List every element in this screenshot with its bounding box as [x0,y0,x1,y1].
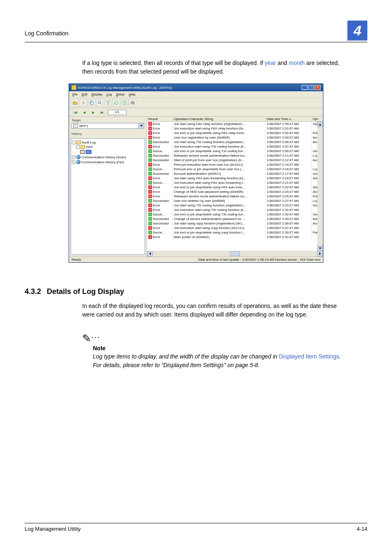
table-row[interactable]: ✕ErrorMain power on (0x0A01)1/30/2007 2:… [147,235,323,239]
section-body: In each of the displayed log records, yo… [82,302,341,319]
table-row[interactable]: ✓SuccessfulReleased service mode authent… [147,153,323,158]
footer-right: 4-14 [357,526,367,532]
success-icon: ✓ [148,158,152,162]
nav-prev-icon[interactable]: ◀ [81,109,88,115]
error-icon: ✕ [148,194,152,198]
table-row[interactable]: ✓SuccessfulJob start using copy function… [147,221,323,226]
cell-operation: Change of HDD lock password setting (0x0… [173,190,265,194]
col-result[interactable]: Result [147,117,173,121]
history-tree[interactable]: -Audit Log -2007 01 +Communication Histo… [71,138,145,255]
cell-datetime: 1/30/2007 2:07:47 AM [265,144,311,149]
target-combo[interactable]: MFP1 [71,123,144,129]
table-row[interactable]: ✕ErrorJob execution start using TSI rout… [147,208,323,212]
menu-log[interactable]: Log [106,92,112,96]
cell-result: Error [153,163,160,166]
toolbar-filter-icon[interactable] [104,99,112,106]
nav-first-icon[interactable]: |◀ [71,109,79,115]
scroll-right-icon[interactable] [317,251,323,257]
header-title: Log Confirmation [25,30,69,37]
table-row[interactable]: ✓SuccessfulStart of print job from user … [147,158,323,162]
expander-icon[interactable]: - [72,141,76,144]
app-window: KONICA MINOLTA Log Management Utility [A… [69,83,323,263]
tree-year[interactable]: 2007 [86,145,93,149]
toolbar-cut-icon[interactable] [80,99,87,106]
table-row[interactable]: ✕ErrorJob start using TSI routing functi… [147,203,323,208]
cell-result: Error [153,136,160,139]
cell-result: Successful [153,172,169,176]
table-row[interactable]: ✕ErrorUser box registration by user (0x0… [147,135,323,140]
toolbar-print-icon[interactable] [129,99,136,106]
cell-datetime: 1/30/2007 2:16:07 AM [265,167,311,171]
horizontal-scrollbar[interactable] [147,251,323,257]
folder-icon [76,141,81,144]
table-row[interactable]: ✕ErrorJob execution start using copy fun… [147,226,323,230]
minimize-button[interactable]: _ [302,85,307,90]
link-displayed-item-settings[interactable]: Displayed Item Settings [279,353,339,360]
table-row[interactable]: ✕ErrorJob end or job stop/delete using F… [147,185,323,190]
table-row[interactable]: ✕ErrorPrint job execution start from use… [147,162,323,167]
menu-display[interactable]: Display [92,92,102,96]
table-row[interactable]: ✓Succe...Print job end or job stop/delet… [147,167,323,171]
section-number: 4.3.2 [25,287,41,296]
error-icon: ✕ [148,235,152,239]
tree-fax[interactable]: Communication History (Fax) [81,160,124,164]
tree-month-selected[interactable]: 01 [85,150,92,154]
toolbar-export-icon[interactable] [121,99,128,106]
toolbar-copy-icon[interactable] [88,99,95,106]
col-datetime[interactable]: Date and Time o... [265,117,311,121]
toolbar-refresh-icon[interactable] [113,99,120,106]
table-row[interactable]: ✕ErrorJob execution start using FAX rela… [147,126,323,131]
table-row[interactable]: ✓Succe...Job end or job stop/delete usin… [147,212,323,217]
table-row[interactable]: ✓Succe...Job end or job stop/delete usin… [147,230,323,235]
toolbar-find-icon[interactable] [96,99,104,106]
table-row[interactable]: ✓Succe...Job execution start using FAX a… [147,180,323,185]
scroll-up-icon[interactable] [317,122,323,127]
cell-result: Successful [153,199,169,203]
table-row[interactable]: ✕ErrorJob start using FAX auto forwardin… [147,176,323,180]
titlebar[interactable]: KONICA MINOLTA Log Management Utility [A… [69,84,323,91]
table-row[interactable]: ✕ErrorJob start using FAX relay function… [147,122,323,126]
maximize-button[interactable]: □ [308,85,314,90]
table-row[interactable]: ✕ErrorChange of HDD lock password settin… [147,190,323,194]
success-icon: ✓ [148,140,152,144]
combo-dropdown-icon[interactable] [139,123,144,129]
tree-audit-log[interactable]: Audit Log [82,141,96,144]
page-footer: Log Management Utility 4-14 [25,523,367,532]
history-label: History [71,132,144,136]
target-value: MFP1 [79,124,88,128]
expander-icon[interactable]: - [76,145,80,149]
table-row[interactable]: ✓SuccessfulChange of service authenticat… [147,217,323,221]
status-ready: Ready [71,258,129,261]
cell-operation: Job execution start using copy function … [173,226,265,230]
grid-body[interactable]: ✕ErrorJob start using FAX relay function… [147,122,323,251]
scroll-left-icon[interactable] [147,251,153,257]
table-row[interactable]: ✓SuccessfulUser box deletion by user (0x… [147,199,323,203]
link-year[interactable]: year [265,60,276,66]
table-row[interactable]: ✓Succe...Job end or job stop/delete usin… [147,149,323,153]
expander-icon[interactable]: + [72,155,76,159]
col-operator[interactable]: Opr [311,117,323,121]
close-button[interactable]: × [315,85,321,90]
scroll-down-icon[interactable] [317,245,323,251]
expander-icon[interactable]: + [72,160,76,164]
col-operation[interactable]: Operation Character String [173,117,265,121]
grid-header[interactable]: Result Operation Character String Date a… [147,117,323,122]
table-row[interactable]: ✕ErrorJob end or job stop/delete using F… [147,131,323,135]
nav-next-icon[interactable]: ▶ [90,109,97,115]
nav-last-icon[interactable]: ▶| [99,109,106,115]
table-row[interactable]: ✓SuccessfulAccount authentication (0x051… [147,171,323,176]
menu-setup[interactable]: Setup [116,92,125,96]
table-row[interactable]: ✕ErrorReleased service mode authenticati… [147,194,323,199]
scroll-thumb[interactable] [230,251,240,256]
menu-file[interactable]: File [72,92,78,96]
cell-operation: Print job execution start from user box … [173,162,265,167]
link-month[interactable]: month [289,60,305,66]
pager-field[interactable]: 1/1 [108,110,127,115]
vertical-scrollbar[interactable] [317,122,323,251]
menu-edit[interactable]: Edit [82,92,88,96]
toolbar-open-icon[interactable] [71,99,79,106]
menu-help[interactable]: Help [129,92,135,96]
table-row[interactable]: ✓SuccessfulJob start using TSI routing f… [147,140,323,144]
table-row[interactable]: ✕ErrorJob execution start using TSI rout… [147,144,323,149]
tree-scan[interactable]: Communication History (Scan) [81,155,126,159]
